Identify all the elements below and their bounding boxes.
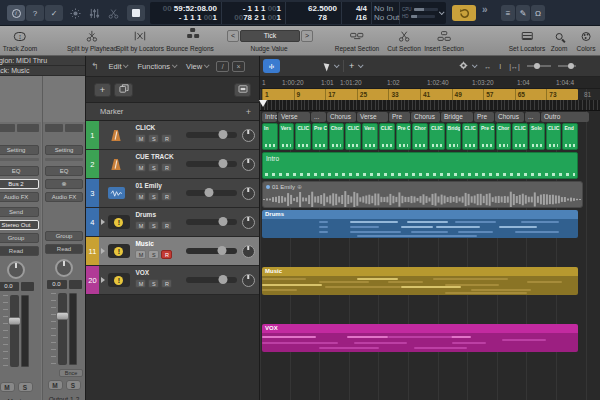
fader-handle[interactable]	[8, 317, 21, 325]
track-header-music[interactable]: 11!MusicMSR	[86, 237, 259, 266]
track-header-vox[interactable]: 20!VOXMSR	[86, 266, 259, 295]
mute-button[interactable]: M	[135, 221, 146, 230]
mute-button[interactable]: M	[135, 134, 146, 143]
playhead-marker[interactable]	[259, 100, 267, 107]
group-slot[interactable]: Group	[0, 233, 39, 243]
stop-button[interactable]	[127, 5, 145, 21]
insert-section-button[interactable]: Insert Section	[424, 29, 464, 52]
arrangement-marker-outro[interactable]: Outro	[541, 112, 589, 122]
editors-button[interactable]	[104, 5, 122, 21]
solo-button[interactable]: S	[148, 221, 159, 230]
record-button[interactable]: R	[161, 221, 172, 230]
automation-mode-button[interactable]: Read	[45, 244, 83, 254]
mute-button[interactable]: M	[135, 192, 146, 201]
disclosure-triangle-icon[interactable]	[101, 219, 105, 225]
arrangement-marker-verse[interactable]: Verse	[357, 112, 388, 122]
list-editors-button[interactable]: ≡	[501, 5, 515, 21]
arrangement-marker-xxx[interactable]: ...	[525, 112, 540, 122]
pan-knob[interactable]	[237, 208, 259, 236]
midi-region-pre-c[interactable]: Pre C	[312, 123, 328, 150]
track-zoom-button[interactable]: ↕ Track Zoom	[3, 29, 37, 52]
set-locators-button[interactable]: Set Locators	[509, 29, 546, 52]
midi-region-chor[interactable]: Chor	[329, 123, 345, 150]
solo-button[interactable]: S	[148, 163, 159, 172]
setting-button[interactable]: Setting	[45, 145, 83, 155]
send-slot[interactable]: Send	[0, 207, 39, 217]
midi-region-in[interactable]: In	[262, 123, 278, 150]
stack-region-drums[interactable]: Drums	[262, 210, 578, 238]
arrangement-marker-xxx[interactable]: ...	[311, 112, 326, 122]
setting-button[interactable]: Setting	[0, 145, 39, 155]
arrangement-marker-chorus[interactable]: Chorus	[495, 112, 524, 122]
inspector-toggle-button[interactable]: i	[7, 5, 25, 21]
midi-region-vers[interactable]: Vers	[362, 123, 378, 150]
gear-chevron-icon[interactable]	[472, 62, 478, 68]
volume-slider[interactable]	[186, 248, 237, 254]
vertical-zoom-icon[interactable]: I	[499, 63, 501, 70]
add-track-button[interactable]: +	[94, 83, 111, 97]
midi-region-pre-c[interactable]: Pre C	[479, 123, 495, 150]
arrangement-marker-pre[interactable]: Pre	[474, 112, 494, 122]
beat-tick-ruler[interactable]	[260, 100, 600, 111]
volume-value[interactable]: 0.0	[0, 282, 19, 291]
cut-section-button[interactable]: Cut Section	[387, 29, 421, 52]
solo-button[interactable]: S	[148, 279, 159, 288]
volume-slider[interactable]	[186, 161, 237, 167]
volume-value[interactable]: 0.0	[47, 280, 67, 289]
automation-mode-button[interactable]: Read	[0, 246, 39, 256]
disclosure-triangle-icon[interactable]	[101, 248, 105, 254]
volume-slider[interactable]	[186, 219, 237, 225]
midi-region-chor[interactable]: Chor	[412, 123, 428, 150]
track-header-click[interactable]: 1CLICKMSR	[86, 121, 259, 150]
record-button[interactable]: R	[161, 250, 172, 259]
midi-region-solo[interactable]: Solo	[529, 123, 545, 150]
nudge-left-button[interactable]: <	[227, 30, 239, 42]
pointer-tool-chevron-icon[interactable]	[334, 62, 340, 68]
split-by-locators-button[interactable]: Split by Locators	[116, 29, 164, 52]
automation-icon[interactable]: /	[216, 61, 229, 72]
pan-knob[interactable]	[7, 261, 25, 279]
solo-button[interactable]: S	[66, 380, 81, 390]
mute-button[interactable]: M	[135, 279, 146, 288]
time-ruler[interactable]: 11:00:201:011:01:201:021:02:401:03:201:0…	[260, 77, 600, 89]
pan-knob[interactable]	[237, 121, 259, 149]
nudge-value-select[interactable]: Tick	[240, 30, 300, 42]
arrangement-marker-chorus[interactable]: Chorus	[327, 112, 356, 122]
repeat-section-button[interactable]: Repeat Section	[335, 29, 379, 52]
pan-knob[interactable]	[237, 237, 259, 265]
midi-region-chor[interactable]: Chor	[496, 123, 512, 150]
stack-region-music[interactable]: Music	[262, 267, 578, 295]
nudge-right-button[interactable]: >	[301, 30, 313, 42]
snap-button[interactable]: ›|‹	[263, 59, 280, 73]
split-by-playhead-button[interactable]: Split by Playhead	[67, 29, 117, 52]
midi-region-clic[interactable]: CLIC	[429, 123, 445, 150]
bus-slot[interactable]: Bus 2	[0, 179, 39, 189]
mute-button[interactable]: M	[135, 250, 146, 259]
audio-fx-slot[interactable]: Audio FX	[0, 192, 39, 202]
midi-region-end[interactable]: End	[562, 123, 578, 150]
midi-region-clic[interactable]: CLIC	[512, 123, 528, 150]
bounce-button[interactable]: Bnce	[59, 369, 83, 377]
midi-region-intro[interactable]: Intro	[262, 152, 578, 179]
arrangement-marker-intro[interactable]: Intro	[262, 112, 277, 122]
midi-region-clic[interactable]: CLIC	[379, 123, 395, 150]
group-slot[interactable]: Group	[45, 231, 83, 241]
toolbar-toggle-button[interactable]: ✓	[45, 5, 63, 21]
horizontal-zoom-slider[interactable]	[558, 65, 576, 67]
pointer-tool-icon[interactable]	[324, 61, 332, 71]
output-slot[interactable]: Stereo Out	[0, 220, 39, 230]
quick-help-button[interactable]: ?	[26, 5, 44, 21]
back-arrow-icon[interactable]: ↰	[91, 61, 99, 71]
zoom-button[interactable]: Zoom	[551, 29, 568, 52]
note-pads-button[interactable]: ✎	[516, 5, 530, 21]
command-tool-chevron-icon[interactable]	[358, 62, 364, 68]
solo-button[interactable]: S	[148, 134, 159, 143]
edit-menu[interactable]: Edit	[109, 62, 128, 71]
global-marker-lane-header[interactable]: Marker +	[86, 103, 259, 121]
plugin-slot[interactable]: ⊗	[45, 179, 83, 189]
mixer-button[interactable]	[85, 5, 103, 21]
track-header-01-emily[interactable]: 301 EmilyMSR	[86, 179, 259, 208]
audio-fx-slot[interactable]: Audio FX	[45, 192, 83, 202]
midi-region-pre-c[interactable]: Pre C	[396, 123, 412, 150]
cycle-button[interactable]	[452, 5, 476, 21]
